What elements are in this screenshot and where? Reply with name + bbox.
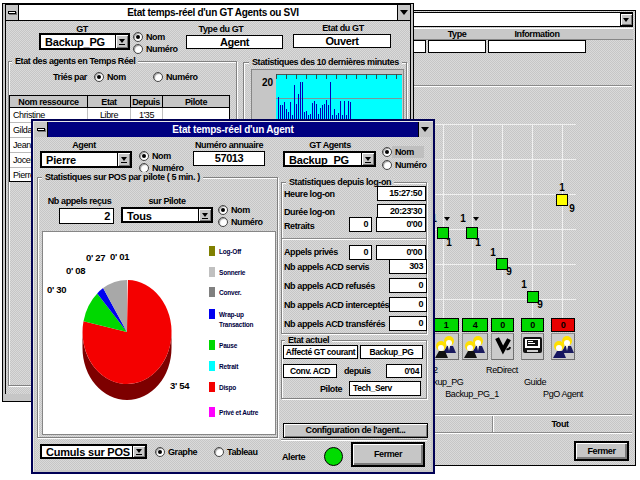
svg-text:Pause: Pause: [219, 342, 238, 349]
svg-text:Retrait: Retrait: [219, 363, 239, 370]
svg-text:Dispo: Dispo: [219, 384, 236, 392]
svg-text:Conver.: Conver.: [219, 289, 242, 296]
svg-text:Log-Off: Log-Off: [219, 248, 242, 256]
svg-text:Sonnerie: Sonnerie: [219, 269, 246, 276]
svg-text:3' 54: 3' 54: [170, 380, 190, 391]
svg-text:Privé et Autre: Privé et Autre: [219, 409, 259, 416]
svg-text:0' 01: 0' 01: [110, 251, 130, 262]
svg-text:0' 30: 0' 30: [47, 284, 66, 295]
svg-text:Wrap-up: Wrap-up: [219, 311, 244, 319]
svg-text:0' 27: 0' 27: [86, 252, 105, 263]
svg-text:0' 08: 0' 08: [66, 265, 85, 276]
svg-text:Transaction: Transaction: [219, 321, 254, 328]
